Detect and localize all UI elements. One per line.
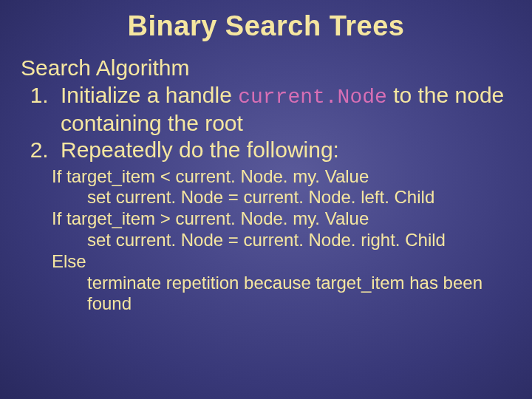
pseudo-line-6: terminate repetition because target_item… (52, 273, 504, 316)
slide-body: Search Algorithm Initialize a handle cur… (21, 55, 511, 315)
section-heading: Search Algorithm (21, 55, 511, 81)
pseudo-line-1: If target_item < current. Node. my. Valu… (52, 166, 504, 188)
pseudo-line-5: Else (52, 251, 504, 273)
algorithm-steps: Initialize a handle current.Node to the … (28, 82, 511, 163)
pseudo-line-3: If target_item > current. Node. my. Valu… (52, 208, 504, 230)
slide-title: Binary Search Trees (0, 10, 532, 42)
step-2: Repeatedly do the following: (55, 137, 511, 163)
pseudocode-block: If target_item < current. Node. my. Valu… (52, 166, 504, 316)
pseudo-line-4: set current. Node = current. Node. right… (52, 230, 504, 251)
pseudo-line-2: set current. Node = current. Node. left.… (52, 187, 504, 208)
step-1-pre: Initialize a handle (61, 83, 238, 107)
step-1: Initialize a handle current.Node to the … (55, 82, 511, 137)
step-1-code: current.Node (238, 86, 387, 109)
